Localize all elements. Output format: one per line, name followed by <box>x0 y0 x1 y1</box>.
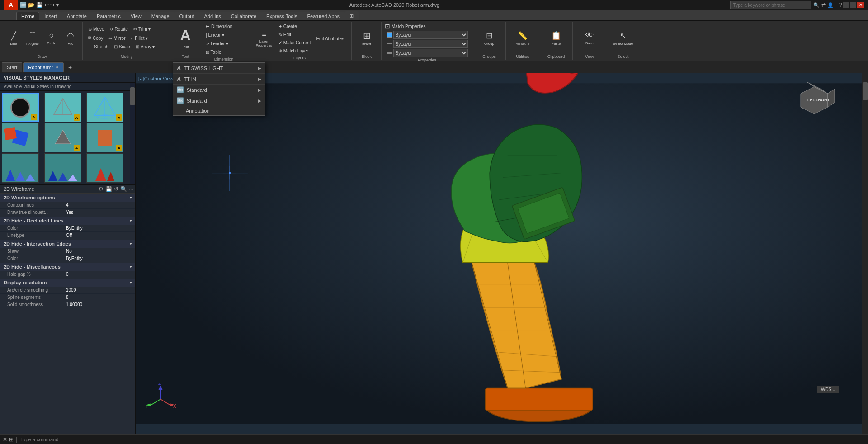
font-item-standard-2[interactable]: 🔤 Standard ▶ <box>173 95 265 106</box>
search-input[interactable] <box>730 1 811 9</box>
modify-array-button[interactable]: ⊞ Array ▾ <box>133 43 157 51</box>
draw-circle-button[interactable]: ○ Circle <box>42 24 61 52</box>
dimension-button[interactable]: ⊢ Dimension <box>203 23 244 30</box>
text-button[interactable]: A Text <box>174 24 197 52</box>
modify-fillet-button[interactable]: ⌐ Fillet ▾ <box>128 34 150 42</box>
tab-addins[interactable]: Add-ins <box>199 12 226 20</box>
section-misc-header[interactable]: 2D Hide - Miscellaneous ▾ <box>0 263 135 271</box>
edit-attrs-button[interactable]: Edit Attributes <box>314 35 346 43</box>
maximize-button[interactable]: □ <box>850 2 856 8</box>
modify-mirror-button[interactable]: ⇔ Mirror <box>106 34 127 42</box>
customize-button[interactable]: ▾ <box>56 2 59 8</box>
modify-move-button[interactable]: ⊕ Move <box>86 25 106 33</box>
section-intersection-header[interactable]: 2D Hide - Intersection Edges ▾ <box>0 240 135 248</box>
measure-button[interactable]: 📏 Measure <box>509 24 536 52</box>
bylayer-select-2[interactable]: ByLayer <box>393 40 468 48</box>
title: Autodesk AutoCAD 2020 Robot arm.dwg <box>61 2 728 8</box>
tab-insert[interactable]: Insert <box>39 12 62 20</box>
linear-button[interactable]: | Linear ▾ <box>203 31 244 39</box>
style-item-7[interactable] <box>2 153 39 183</box>
leader-button[interactable]: ↗ Leader ▾ <box>203 40 244 47</box>
panel-dots-icon[interactable]: ··· <box>129 186 133 192</box>
style-item-1[interactable]: A <box>2 93 39 122</box>
search-icon[interactable]: 🔍 <box>813 2 820 8</box>
modify-rotate-button[interactable]: ↻ Rotate <box>107 25 130 33</box>
panel-save-icon[interactable]: 💾 <box>105 186 112 192</box>
wcs-label[interactable]: WCS ↓ <box>817 386 839 393</box>
style-item-6[interactable]: A <box>86 123 123 152</box>
cmdline-expand-icon[interactable]: ⊞ <box>9 436 14 443</box>
add-tab-button[interactable]: + <box>65 63 75 72</box>
view-label[interactable]: [-][Custom View] <box>138 76 175 81</box>
layer-properties-button[interactable]: ≡ Layer Properties <box>253 25 275 52</box>
new-button[interactable]: 🆕 <box>20 2 27 8</box>
layers-edit-button[interactable]: ✎ Edit <box>276 31 313 38</box>
table-button[interactable]: ⊞ Table <box>203 48 244 56</box>
draw-line-button[interactable]: ╱ Line <box>5 24 23 52</box>
draw-arc-button[interactable]: ◠ Arc <box>61 24 80 52</box>
modify-trim-button[interactable]: ✂ Trim ▾ <box>131 25 153 33</box>
tab-express[interactable]: Express Tools <box>261 12 302 20</box>
right-scrollbar[interactable] <box>862 73 868 434</box>
draw-polyline-button[interactable]: ⌒ Polyline <box>24 24 42 52</box>
style-item-2[interactable]: A <box>44 93 81 122</box>
style-item-9[interactable] <box>86 153 123 183</box>
insert-button[interactable]: ⊞ Insert <box>355 24 378 52</box>
font-item-tt-in[interactable]: A TT IN ▶ <box>173 74 265 85</box>
minimize-button[interactable]: – <box>843 2 849 8</box>
panel-settings-icon[interactable]: ⚙ <box>99 186 104 192</box>
close-button[interactable]: ✕ <box>857 2 864 8</box>
help-button[interactable]: ? <box>839 2 842 8</box>
cmdline-close-icon[interactable]: ✕ <box>3 436 7 443</box>
tab-annotate[interactable]: Annotate <box>62 12 92 20</box>
panel-refresh-icon[interactable]: ↺ <box>114 186 118 192</box>
bylayer-select-1[interactable]: ByLayer <box>393 31 468 39</box>
tab-manage[interactable]: Manage <box>146 12 175 20</box>
tab-close-button[interactable]: ✕ <box>55 65 59 70</box>
style-item-8[interactable] <box>44 153 81 183</box>
section-occluded-header[interactable]: 2D Hide - Occluded Lines ▾ <box>0 217 135 225</box>
command-input[interactable] <box>20 437 865 442</box>
app-button[interactable]: A <box>4 0 18 10</box>
section-display-header[interactable]: Display resolution ▾ <box>0 279 135 287</box>
tab-view[interactable]: View <box>126 12 146 20</box>
tab-robot-arm[interactable]: Robot arm* ✕ <box>23 62 64 72</box>
panel-search-icon[interactable]: 🔍 <box>120 186 127 192</box>
undo-button[interactable]: ↩ <box>44 2 49 8</box>
modify-scale-button[interactable]: ⊡ Scale <box>112 43 132 51</box>
select-mode-button[interactable]: ↖ Select Mode <box>609 24 637 52</box>
group-button[interactable]: ⊟ Group <box>476 24 503 52</box>
tab-parametric[interactable]: Parametric <box>92 12 126 20</box>
font-dropdown[interactable]: A TT SWISS LIGHT ▶ A TT IN ▶ 🔤 Standard … <box>173 62 265 116</box>
section-wireframe-options-header[interactable]: 2D Wireframe options ▾ <box>0 194 135 202</box>
redo-button[interactable]: ↪ <box>50 2 55 8</box>
layers-match-button[interactable]: ⊕ Match Layer <box>276 47 313 55</box>
font-item-standard-1[interactable]: 🔤 Standard ▶ <box>173 85 265 95</box>
base-view-button[interactable]: 👁 Base <box>576 24 603 52</box>
layers-make-current-button[interactable]: ✔ Make Current <box>276 39 313 47</box>
tab-featured[interactable]: Featured Apps <box>302 12 344 20</box>
modify-stretch-button[interactable]: ↔ Stretch <box>86 43 111 51</box>
tab-home[interactable]: Home <box>16 12 39 20</box>
style-item-5[interactable]: A <box>44 123 81 152</box>
tab-output[interactable]: Output <box>175 12 199 20</box>
tab-start[interactable]: Start <box>2 62 22 72</box>
exchange-icon[interactable]: ⇄ <box>821 2 826 8</box>
font-item-tt-swiss[interactable]: A TT SWISS LIGHT ▶ <box>173 63 265 74</box>
annotation-item[interactable]: Annotation <box>173 106 265 115</box>
layers-create-button[interactable]: ✦ Create <box>276 23 313 30</box>
paste-button[interactable]: 📋 Paste <box>542 24 570 52</box>
styles-scrollbar[interactable] <box>130 83 135 184</box>
save-button[interactable]: 💾 <box>36 2 43 8</box>
tab-extra[interactable]: ⊞ <box>344 11 359 20</box>
style-item-4[interactable] <box>2 123 39 152</box>
user-icon[interactable]: 👤 <box>827 2 834 8</box>
open-button[interactable]: 📂 <box>28 2 35 8</box>
bylayer-select-3[interactable]: ByLayer <box>393 49 468 57</box>
scroll-thumb[interactable] <box>863 82 868 100</box>
style-item-3[interactable]: A <box>86 93 123 122</box>
viewport[interactable]: [-][Custom View] <box>136 73 862 434</box>
navcube[interactable]: LEFT FRONT <box>794 82 835 123</box>
tab-collaborate[interactable]: Collaborate <box>226 12 261 20</box>
modify-copy-button[interactable]: ⧉ Copy <box>86 34 105 42</box>
